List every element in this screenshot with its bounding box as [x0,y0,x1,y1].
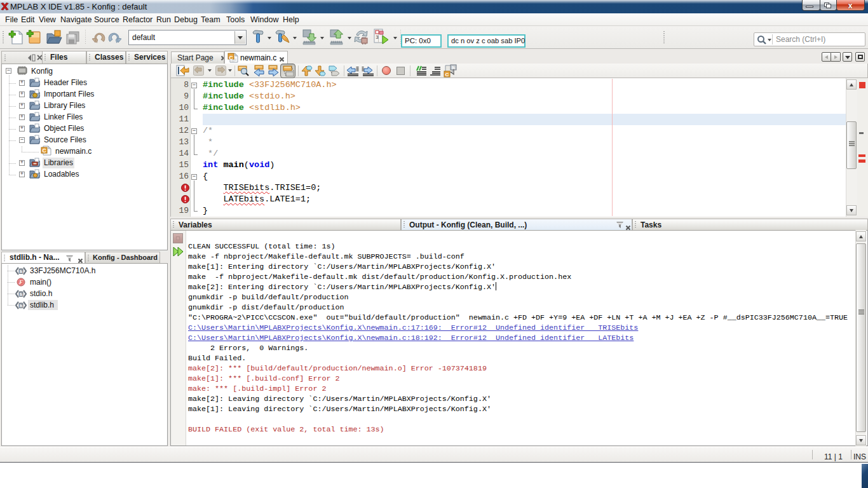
svg-text:h: h [452,65,454,70]
svg-text:C: C [229,55,233,61]
svg-text:F: F [18,279,23,285]
svg-text:C: C [42,147,46,154]
svg-text:C: C [445,72,449,78]
svg-text:3: 3 [376,34,379,40]
